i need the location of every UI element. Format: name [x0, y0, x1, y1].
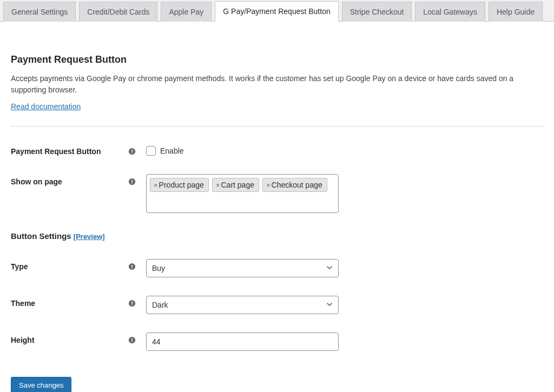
close-icon[interactable]: ×	[154, 182, 158, 189]
enable-checkbox-label: Enable	[160, 147, 184, 155]
height-input[interactable]	[146, 333, 339, 351]
label-type: Type ?	[11, 259, 146, 271]
chip-label: Product page	[159, 181, 204, 189]
help-icon[interactable]: ?	[128, 336, 136, 344]
help-icon[interactable]: ?	[128, 147, 136, 156]
label-enable: Payment Request Button ?	[11, 144, 146, 156]
label-theme-text: Theme	[11, 299, 35, 308]
type-select-value: Buy	[152, 264, 165, 273]
chip-product-page: × Product page	[150, 178, 209, 192]
enable-checkbox[interactable]	[146, 146, 156, 156]
tab-local-gateways[interactable]: Local Gateways	[415, 2, 485, 22]
show-on-page-multiselect[interactable]: × Product page × Cart page × Checkout pa…	[146, 174, 339, 213]
row-theme: Theme ? Dark	[11, 296, 543, 314]
label-type-text: Type	[11, 262, 28, 271]
tab-general-settings[interactable]: General Settings	[3, 2, 76, 22]
theme-select-value: Dark	[152, 301, 168, 309]
tab-gpay-payment-request[interactable]: G Pay/Payment Request Button	[215, 1, 338, 22]
row-enable: Payment Request Button ? Enable	[11, 144, 543, 156]
label-height: Height ?	[11, 333, 146, 344]
svg-text:?: ?	[131, 337, 134, 343]
label-height-text: Height	[11, 336, 35, 344]
label-theme: Theme ?	[11, 296, 146, 308]
section-divider	[11, 126, 543, 127]
theme-select[interactable]: Dark	[146, 296, 339, 314]
preview-link[interactable]: [Preview]	[74, 232, 105, 241]
label-enable-text: Payment Request Button	[11, 147, 101, 156]
tab-stripe-checkout[interactable]: Stripe Checkout	[342, 2, 412, 22]
close-icon[interactable]: ×	[266, 182, 271, 189]
chip-label: Cart page	[221, 181, 254, 189]
save-button[interactable]: Save changes	[11, 377, 71, 392]
row-type: Type ? Buy	[11, 259, 543, 277]
settings-tabbar: General Settings Credit/Debit Cards Appl…	[0, 0, 554, 22]
page-description: Accepts payments via Google Pay or chrom…	[11, 73, 543, 96]
svg-text:?: ?	[131, 264, 134, 270]
tab-credit-debit-cards[interactable]: Credit/Debit Cards	[79, 2, 157, 22]
svg-text:?: ?	[131, 179, 134, 185]
help-icon[interactable]: ?	[128, 299, 136, 308]
close-icon[interactable]: ×	[216, 182, 220, 189]
tab-help-guide[interactable]: Help Guide	[489, 2, 543, 22]
label-show-on-page: Show on page ?	[11, 174, 146, 186]
row-show-on-page: Show on page ? × Product page × Cart pag…	[11, 174, 543, 213]
page-title: Payment Request Button	[11, 54, 543, 65]
svg-text:?: ?	[131, 149, 134, 155]
button-settings-heading-text: Button Settings	[11, 231, 71, 241]
chip-label: Checkout page	[272, 181, 322, 189]
svg-text:?: ?	[131, 301, 134, 307]
help-icon[interactable]: ?	[128, 262, 136, 271]
read-documentation-link[interactable]: Read documentation	[11, 102, 81, 111]
button-settings-heading: Button Settings [Preview]	[11, 231, 543, 241]
chip-cart-page: × Cart page	[212, 178, 259, 192]
tab-apple-pay[interactable]: Apple Pay	[161, 2, 212, 22]
chip-checkout-page: × Checkout page	[262, 178, 327, 192]
row-height: Height ?	[11, 333, 543, 351]
help-icon[interactable]: ?	[128, 177, 136, 186]
settings-panel: Payment Request Button Accepts payments …	[0, 22, 554, 392]
type-select[interactable]: Buy	[146, 259, 339, 277]
chevron-down-icon	[326, 301, 333, 309]
label-show-on-page-text: Show on page	[11, 177, 62, 186]
chevron-down-icon	[326, 264, 333, 273]
